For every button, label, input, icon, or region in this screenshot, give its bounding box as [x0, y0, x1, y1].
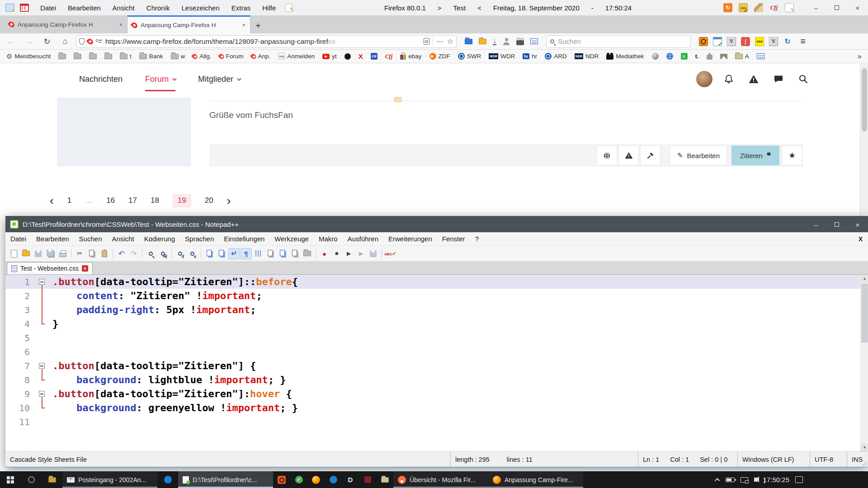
messages-icon[interactable] — [773, 74, 784, 84]
menu-bearbeiten[interactable]: Bearbeiten — [31, 233, 74, 245]
bookmark-ard[interactable]: ARD — [545, 53, 567, 60]
resize-grip[interactable] — [863, 461, 867, 466]
fold-collapse-icon[interactable] — [39, 279, 45, 285]
back-button[interactable]: ← — [4, 35, 18, 48]
folder-pinned-icon[interactable] — [376, 471, 393, 488]
search-input[interactable] — [558, 38, 687, 45]
bookmark-hr[interactable]: hrhr — [523, 53, 537, 60]
tracking-shield-icon[interactable] — [79, 38, 85, 45]
reload-button[interactable]: ↻ — [40, 35, 54, 48]
line-number[interactable]: 3 — [5, 305, 35, 315]
show-all-chars-icon[interactable]: ¶ — [241, 248, 252, 259]
menu-ausfuehren[interactable]: Ausführen — [343, 233, 383, 245]
permalink-button[interactable] — [597, 145, 617, 165]
indent-guide-icon[interactable] — [253, 248, 264, 259]
menu-ansicht[interactable]: Ansicht — [107, 233, 139, 245]
menu-extras[interactable]: Extras — [226, 1, 257, 15]
page-scrollbar[interactable] — [860, 64, 868, 216]
fold-margin[interactable] — [35, 331, 49, 345]
sync-vertical-icon[interactable] — [204, 248, 215, 259]
folder-workspace-icon[interactable] — [302, 248, 313, 259]
d-drive-icon[interactable]: D — [342, 471, 359, 488]
bookmark-folder[interactable] — [89, 54, 97, 59]
next-page-icon[interactable]: › — [227, 196, 231, 205]
menu-fenster[interactable]: Fenster — [437, 233, 470, 245]
fold-margin[interactable] — [35, 345, 49, 359]
sync-horizontal-icon[interactable] — [216, 248, 227, 259]
menu-werkzeuge[interactable]: Werkzeuge — [269, 233, 314, 245]
script-addon-icon[interactable]: ʃ — [741, 37, 750, 46]
bookmark-list[interactable] — [757, 53, 764, 59]
paste-icon[interactable] — [99, 248, 110, 259]
calendar-addon-icon[interactable] — [713, 37, 722, 46]
restore-button[interactable] — [826, 216, 847, 233]
taskbar-window-firefox-2[interactable]: Anpassung Camp-Fire... — [488, 471, 583, 488]
reader-mode-icon[interactable] — [424, 38, 429, 45]
home-button[interactable]: ⌂ — [58, 35, 72, 48]
star-button[interactable]: ★ — [782, 145, 802, 165]
scrollbar-thumb[interactable] — [862, 68, 867, 131]
line-number[interactable]: 6 — [5, 347, 35, 357]
notes-addon-icon[interactable] — [285, 4, 292, 12]
tab-2-active[interactable]: Anpassung Camp-Firefox H × — [127, 15, 250, 33]
close-button[interactable]: × — [847, 216, 868, 233]
app-menu-icon[interactable]: ≡ — [796, 35, 810, 48]
save-all-icon[interactable] — [45, 248, 56, 259]
tab-close-icon[interactable]: × — [242, 22, 245, 28]
editor-scrollbar[interactable]: ▲ ▼ — [860, 275, 868, 451]
fold-margin[interactable] — [35, 359, 49, 373]
irfanview-icon[interactable] — [273, 471, 290, 488]
scroll-up-icon[interactable]: ▲ — [861, 275, 868, 282]
line-number[interactable]: 8 — [5, 375, 35, 385]
video-addon-icon[interactable] — [516, 40, 524, 45]
bookmark-zdf[interactable]: ZDF — [429, 53, 450, 60]
fold-margin[interactable] — [35, 415, 49, 429]
fold-margin[interactable] — [35, 289, 49, 303]
tray-clock[interactable]: 17:50:25 — [763, 476, 789, 483]
bookmark-folder[interactable] — [58, 54, 66, 59]
menu-lesezeichen[interactable]: Lesezeichen — [175, 1, 225, 15]
warnings-icon[interactable] — [748, 74, 759, 84]
table-addon-icon[interactable] — [20, 4, 29, 12]
bookmark-folder-w[interactable]: w — [171, 53, 185, 60]
edit-addon-icon[interactable] — [785, 3, 794, 12]
site-identity-icon[interactable] — [86, 38, 94, 46]
fold-margin[interactable] — [35, 317, 49, 331]
undo-icon[interactable]: ↶ — [116, 248, 127, 259]
sidebar-list-icon[interactable] — [530, 38, 538, 44]
bookmarks-overflow-icon[interactable]: » — [858, 52, 862, 61]
function-list-icon[interactable] — [265, 248, 276, 259]
minimize-button[interactable]: – — [806, 0, 826, 15]
nav-forum[interactable]: Forum — [145, 75, 175, 84]
bookmark-meistbesucht[interactable]: ⚙Meistbesucht — [6, 52, 51, 61]
zoom-out-icon[interactable]: − — [187, 248, 198, 259]
menu-datei[interactable]: Datei — [5, 233, 31, 245]
battery-icon[interactable] — [726, 478, 735, 482]
blue-folder-icon[interactable] — [465, 39, 472, 44]
status-eol[interactable]: Windows (CR LF) — [738, 452, 810, 467]
action-center-icon[interactable] — [795, 476, 803, 483]
start-button[interactable] — [0, 471, 21, 488]
line-number[interactable]: 1 — [5, 277, 35, 287]
permissions-icon[interactable] — [96, 39, 102, 44]
nav-nachrichten[interactable]: Nachrichten — [79, 75, 123, 84]
search-taskbar-icon[interactable] — [21, 471, 42, 488]
find-icon[interactable] — [145, 248, 156, 259]
bookmark-image[interactable] — [720, 54, 727, 59]
scroll-down-icon[interactable]: ▼ — [861, 444, 868, 451]
redo-icon[interactable]: ↷ — [128, 248, 139, 259]
page-18[interactable]: 18 — [151, 196, 159, 205]
bookmark-star-icon[interactable]: ☆ — [447, 37, 453, 46]
page-17[interactable]: 17 — [128, 196, 137, 205]
fold-margin[interactable] — [35, 303, 49, 317]
blue-app-icon[interactable] — [325, 471, 342, 488]
line-number[interactable]: 4 — [5, 319, 35, 329]
fold-margin[interactable] — [35, 387, 49, 401]
minimize-button[interactable]: – — [806, 216, 826, 233]
search-icon[interactable] — [798, 74, 809, 84]
new-file-icon[interactable] — [8, 248, 19, 259]
bookmark-globe[interactable] — [666, 53, 673, 60]
save-icon[interactable] — [33, 248, 44, 259]
quote-button[interactable]: Zitieren❝ — [731, 145, 779, 165]
bookmark-folder[interactable] — [104, 54, 112, 59]
